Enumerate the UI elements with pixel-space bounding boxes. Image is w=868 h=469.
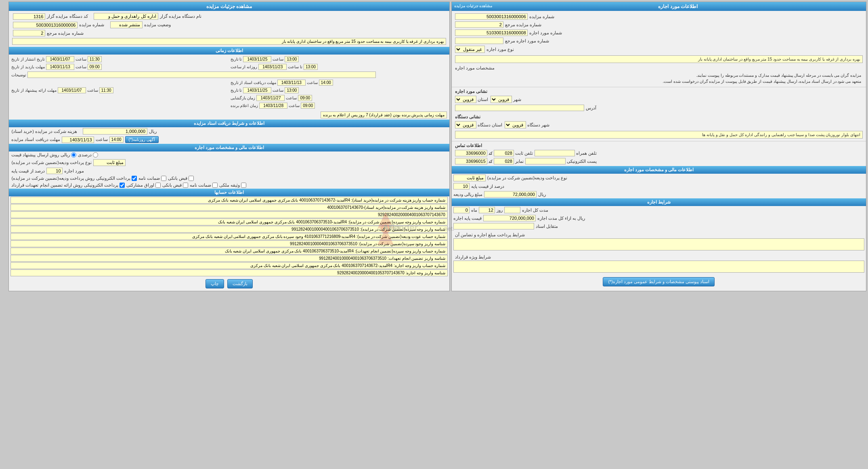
cash2-check-group: قبض بانکی <box>162 183 188 188</box>
back-button[interactable]: بازگشت <box>227 279 253 288</box>
cash-checkbox[interactable] <box>189 176 194 181</box>
zamanat2-checkbox[interactable] <box>212 183 218 188</box>
sharait-amanat-textarea[interactable] <box>453 238 864 250</box>
zamanat2-label: ضمانت نامه <box>190 183 211 188</box>
enteshar-az-saat: 11:30 <box>88 56 102 62</box>
ostan-dastgah-row: شهر دستگاه قزوین استان دستگاه قزوین <box>453 120 864 129</box>
zamani-title: اطلاعات زمانی <box>9 47 449 55</box>
account-row-5: شناسه واریز وجه سپرده(تضمین شرکت در مزای… <box>10 226 447 233</box>
reference-row: شماره مزایده مرجع 2 <box>10 29 447 37</box>
address-input[interactable] <box>455 105 584 111</box>
saat-label9: ساعت <box>289 103 300 108</box>
type-select[interactable]: غیر منقول <box>455 46 485 53</box>
ostan-dastgah-select[interactable]: قزوین <box>455 121 476 128</box>
zamanat-checkbox[interactable] <box>161 176 166 181</box>
email-input[interactable] <box>525 158 566 164</box>
ta-tarikh-label: تا تاریخ <box>231 88 242 93</box>
reference-number-input[interactable] <box>455 21 503 28</box>
enteshar-ta-saat: 13:00 <box>285 56 299 62</box>
sharait-amanat-container: شرایط پرداخت مبلغ اجاره و تضامن آن <box>452 230 866 252</box>
ejare-number-input[interactable] <box>455 29 528 36</box>
mahlet-daryaft-saat: 14:00 <box>319 80 333 86</box>
zamani-grid: 13:00 ساعت 1403/11/25 تا تاریخ 11:30 ساع… <box>9 55 449 110</box>
address-row: آدرس <box>453 104 864 112</box>
tozih-label: توضیحات <box>11 73 26 77</box>
unit-radio[interactable] <box>71 152 76 158</box>
percent-base-row: مورد اجاره درصد از قیمت پایه <box>9 167 449 175</box>
electronic-checkbox[interactable] <box>132 176 137 181</box>
electronic2-check-group: پرداخت الکترونیکی <box>84 183 125 188</box>
tozih-input[interactable] <box>27 72 376 78</box>
moshakhasat-label: مشخصات مورد اجاره <box>455 65 495 71</box>
modat-sal-input[interactable] <box>453 207 470 213</box>
right-footer: بازگشت چاپ <box>9 277 449 291</box>
mahlet-daryaft-saat-row: 14:00 ساعت 1403/11/13 مهلت دریافت اسناد … <box>230 79 448 86</box>
electronic2-label: پرداخت الکترونیکی <box>84 183 118 188</box>
mahlet-daryaft-label: مهلت دریافت اسناد از تاریخ <box>231 80 276 85</box>
gheymat-unit-label: ریال به ازاء کل مدت اجاره <box>537 216 585 221</box>
modat-rooz-input[interactable] <box>504 207 520 213</box>
enteshar-ta-value: 1403/11/25 <box>243 56 271 62</box>
tel-hamrah-input[interactable] <box>535 150 575 156</box>
ostan-select[interactable]: قزوین <box>455 96 476 103</box>
left-panel-title: اطلاعات مورد اجاره مشاهده جزئیات مزایده <box>452 2 866 11</box>
motaghabel-label: متقابل اسناد <box>536 224 558 229</box>
motaghabel-input[interactable] <box>453 223 534 229</box>
footer-button[interactable]: اسناد پیوستی مشخصات و شرایط عمومی مورد ا… <box>603 277 715 286</box>
modat-mah-input[interactable] <box>479 207 495 213</box>
cash2-checkbox[interactable] <box>183 183 188 188</box>
ravesh-ejra-label: روش ارائه تضمین انجام تعهدات قرارداد <box>11 183 82 188</box>
mahlet-baz-az-row: 09:00 ساعت 1403/11/13 مهلت بازدید از تار… <box>10 63 229 70</box>
percent-radio[interactable] <box>93 152 98 158</box>
agahi-btn[interactable]: آگهی روزنامه(*) <box>125 136 159 143</box>
account-row-3: 929282400200004001063707143670 <box>10 211 447 218</box>
percent-input[interactable] <box>453 183 470 189</box>
fax-code-prefix: کد <box>489 159 493 164</box>
sanad-check-group: وثیقه ملکی <box>219 183 246 188</box>
mazayade-number-label: شماره مزایده <box>529 14 554 19</box>
moshakhasat-label-row: مشخصات مورد اجاره <box>453 65 864 72</box>
mazayade-number-input[interactable] <box>455 13 528 20</box>
mahlet-baz-az-value: 1403/11/13 <box>46 64 74 70</box>
sanad-checkbox[interactable] <box>241 183 246 188</box>
fax-number-input[interactable] <box>455 158 487 164</box>
fax-code-input[interactable] <box>494 158 514 164</box>
mohlat-pazirash-row: مهلت زمانی پذیرش برنده بودن (عقد قرارداد… <box>9 110 449 120</box>
tel-number-input[interactable] <box>455 150 487 156</box>
gheymat-input[interactable] <box>483 215 536 221</box>
deposit-label: نوع پرداخت ودیعه(تضمین شرکت در مزایده) <box>487 175 568 181</box>
modat-label: مدت کل اجاره <box>522 208 548 213</box>
tel-code-input[interactable] <box>494 150 514 156</box>
mahlet-daryaft-date: 1403/11/13 <box>277 80 306 86</box>
account-row-6: شماره حساب عودت ودیعه(تضمین شرکت در مزای… <box>10 233 447 240</box>
mahlet-pish-ta-saat: 13:00 <box>285 87 299 93</box>
note1-row: مزایده گران می بایست در مرحله ارسال پیشن… <box>453 72 864 85</box>
print-button[interactable]: چاپ <box>205 279 224 288</box>
zaman-barande-row: 09:00 ساعت 1403/11/28 زمان اعلام برنده <box>230 102 448 109</box>
mahlet-pish-ta-date: 1403/11/25 <box>243 87 271 93</box>
unit-radio-group: ریالی <box>61 152 76 158</box>
shahr-dastgah-select[interactable]: قزوین <box>505 121 526 128</box>
zamanat-check-group: ضمانت نامه <box>138 176 166 181</box>
tel-hamrah-group: تلفن همراه <box>535 150 597 156</box>
sanad-label: وثیقه ملکی <box>219 183 240 188</box>
tel-hamrah-label: تلفن همراه <box>576 151 597 156</box>
sharait-gharardad-textarea[interactable] <box>453 261 864 273</box>
code-label: کد دستگاه مزایده گزار <box>47 14 88 19</box>
percent-base-input[interactable] <box>46 168 63 174</box>
percent-radio-label: درصدی <box>78 152 92 158</box>
zamanat-label: ضمانت نامه <box>138 176 160 181</box>
tel-fixed-label: تلفن ثابت <box>515 151 533 156</box>
tel-fixed-group: تلفن ثابت کد <box>455 150 533 156</box>
mosharekati-checkbox[interactable] <box>155 183 161 188</box>
type-label: نوع مورد اجاره <box>486 47 514 52</box>
electronic2-checkbox[interactable] <box>120 183 125 188</box>
reference-ejare-input[interactable] <box>455 38 503 44</box>
left-link[interactable]: مشاهده جزئیات مزایده <box>454 4 493 8</box>
shahr-select[interactable]: قزوین <box>491 96 512 103</box>
mohlat-pazirash-text: مهلت زمانی پذیرش برنده بودن (عقد قرارداد… <box>321 111 447 118</box>
ravesh-vojuh-label: روش پرداخت ودیعه(تضمین شرکت در مزایده) <box>11 176 94 181</box>
mablagh-input[interactable] <box>484 191 537 198</box>
deposit-type-row: مبلغ ثابت نوع پرداخت ودیعه(تضمین شرکت در… <box>9 158 449 167</box>
ostan-dastgah-label: استان دستگاه <box>478 122 502 128</box>
